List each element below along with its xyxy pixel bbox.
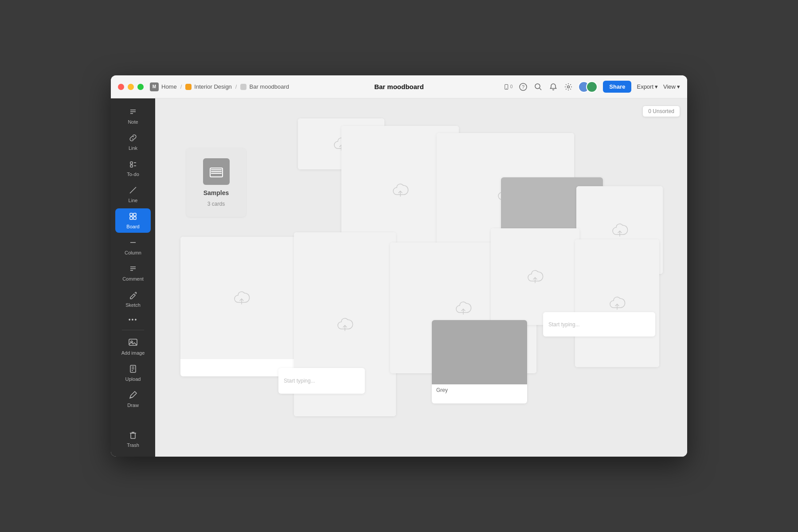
export-button[interactable]: Export ▾: [637, 83, 658, 90]
column-label: Column: [125, 250, 141, 255]
draw-icon: [129, 391, 137, 401]
interior-icon: [185, 84, 192, 90]
card-text-1[interactable]: Start typing...: [278, 368, 365, 394]
canvas-topbar: 0 Unsorted: [642, 106, 680, 117]
traffic-lights: [118, 84, 144, 90]
close-button[interactable]: [118, 84, 124, 90]
svg-line-5: [540, 88, 541, 90]
card-text-2[interactable]: Start typing...: [543, 312, 655, 336]
folder-count: 3 cards: [207, 201, 225, 207]
svg-line-14: [130, 187, 136, 193]
bell-icon[interactable]: [549, 82, 558, 91]
trash-label: Trash: [127, 442, 139, 448]
page-title: Bar moodboard: [374, 83, 424, 90]
share-button[interactable]: Share: [603, 81, 631, 93]
board-tool-icon: [129, 212, 137, 222]
avatar-group: [578, 81, 598, 93]
draw-label: Draw: [127, 403, 139, 408]
svg-rect-30: [131, 433, 135, 438]
add-image-icon: [128, 337, 138, 348]
card-grey-swatch-2[interactable]: Grey: [432, 320, 527, 403]
card-upload-8[interactable]: [575, 239, 659, 367]
sketch-icon: [129, 290, 137, 301]
breadcrumb-sep-1: /: [180, 83, 182, 90]
text-input-2[interactable]: Start typing...: [543, 317, 585, 332]
breadcrumb-home[interactable]: M Home: [150, 82, 177, 91]
board-icon: [240, 84, 246, 90]
sidebar-item-todo[interactable]: To-do: [115, 156, 151, 180]
sidebar-bottom: Trash: [115, 427, 151, 451]
more-icon: •••: [129, 317, 138, 323]
device-icon[interactable]: 0: [504, 82, 512, 91]
note-label: Note: [128, 119, 138, 125]
svg-rect-10: [130, 162, 133, 164]
comment-icon: [129, 264, 137, 274]
comment-label: Comment: [122, 276, 144, 282]
card-upload-7[interactable]: [491, 228, 579, 325]
breadcrumb-board[interactable]: Bar moodboard: [240, 83, 289, 90]
line-icon: [129, 186, 137, 196]
card-caption-4[interactable]: [180, 359, 302, 366]
svg-point-4: [535, 84, 540, 89]
settings-icon[interactable]: [564, 82, 573, 91]
sidebar-item-upload[interactable]: Upload: [115, 361, 151, 385]
card-image-area-7: [491, 228, 579, 325]
text-input-1[interactable]: Start typing...: [278, 373, 321, 388]
search-icon[interactable]: [534, 82, 543, 91]
titlebar: M Home / Interior Design / Bar moodboard…: [111, 75, 687, 98]
breadcrumb-interior[interactable]: Interior Design: [185, 83, 232, 90]
line-label: Line: [129, 198, 138, 203]
svg-text:?: ?: [522, 84, 524, 90]
minimize-button[interactable]: [128, 84, 134, 90]
sidebar-item-add-image[interactable]: Add image: [115, 334, 151, 359]
app-window: M Home / Interior Design / Bar moodboard…: [111, 75, 687, 457]
sidebar-item-more[interactable]: •••: [115, 313, 151, 326]
unsorted-badge: 0 Unsorted: [642, 106, 680, 117]
canvas-area[interactable]: 0 Unsorted Samples 3 cards: [155, 98, 687, 457]
svg-rect-15: [130, 213, 133, 216]
sidebar-item-draw[interactable]: Draw: [115, 387, 151, 411]
help-icon[interactable]: ?: [519, 82, 528, 91]
maximize-button[interactable]: [137, 84, 144, 90]
link-label: Link: [129, 145, 137, 151]
view-button[interactable]: View ▾: [663, 83, 680, 90]
card-tall-left[interactable]: [180, 237, 302, 376]
titlebar-icons: 0 ?: [504, 82, 573, 91]
home-icon: M: [150, 82, 159, 91]
sidebar-item-board[interactable]: Board: [115, 208, 151, 233]
main-layout: Note Link To-do Line: [111, 98, 687, 457]
sketch-label: Sketch: [125, 302, 141, 308]
svg-rect-12: [130, 165, 133, 167]
avatar-user2: [586, 81, 598, 93]
add-image-label: Add image: [121, 350, 145, 356]
svg-point-6: [567, 86, 570, 88]
color-swatch-2: [432, 320, 527, 384]
svg-rect-16: [133, 213, 136, 216]
breadcrumb-home-label: Home: [161, 83, 177, 90]
sidebar: Note Link To-do Line: [111, 98, 155, 457]
link-icon: [129, 133, 137, 144]
sidebar-item-trash[interactable]: Trash: [115, 427, 151, 451]
sidebar-item-column[interactable]: Column: [115, 235, 151, 259]
svg-rect-18: [133, 217, 136, 219]
card-image-area-4: [180, 237, 302, 359]
breadcrumb-sep-2: /: [235, 83, 237, 90]
note-icon: [129, 107, 137, 117]
sidebar-item-sketch[interactable]: Sketch: [115, 287, 151, 311]
todo-icon: [129, 160, 137, 170]
folder-icon: [203, 158, 230, 185]
upload-icon: [129, 364, 137, 375]
column-icon: [129, 238, 137, 248]
sidebar-item-link[interactable]: Link: [115, 130, 151, 154]
color-name-2: Grey: [432, 384, 527, 396]
svg-rect-17: [130, 217, 133, 219]
sidebar-item-comment[interactable]: Comment: [115, 261, 151, 285]
sidebar-item-line[interactable]: Line: [115, 182, 151, 207]
trash-icon: [129, 430, 137, 441]
titlebar-right: 0 ? Share Export: [504, 81, 680, 93]
upload-label: Upload: [125, 376, 141, 382]
folder-card-samples[interactable]: Samples 3 cards: [186, 148, 246, 217]
sidebar-item-note[interactable]: Note: [115, 104, 151, 128]
breadcrumb: M Home / Interior Design / Bar moodboard: [150, 82, 289, 91]
breadcrumb-interior-label: Interior Design: [194, 83, 232, 90]
